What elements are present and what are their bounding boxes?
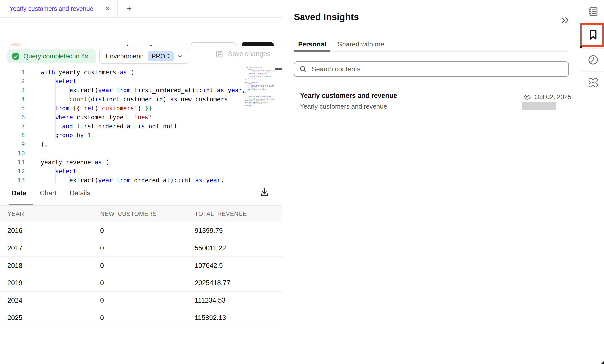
column-header-year: YEAR bbox=[7, 210, 24, 217]
table-cell: 2025 bbox=[7, 314, 22, 322]
bookmark-icon[interactable] bbox=[581, 24, 604, 46]
code-line[interactable]: with yearly_customers as ( bbox=[41, 68, 134, 77]
tab-title: Yearly customers and revenue bbox=[9, 5, 101, 12]
code-line[interactable]: extract(year from first_ordered_at)::int… bbox=[41, 86, 246, 95]
code-line[interactable]: group by 1 bbox=[41, 131, 91, 140]
resize-corner bbox=[601, 361, 604, 364]
document-header: BL Your saved insight bbox=[0, 18, 282, 46]
insight-subtitle: Yearly customers and revenue bbox=[300, 103, 387, 110]
divider bbox=[581, 94, 604, 94]
app-window: Yearly customers and revenue ✕ + BL Your… bbox=[0, 0, 604, 364]
minimap-line: order by 1 bbox=[245, 105, 275, 106]
table-cell: 0 bbox=[100, 262, 104, 270]
divider bbox=[294, 86, 569, 86]
environment-selector[interactable]: Environment: PROD bbox=[99, 49, 188, 64]
sql-editor[interactable]: 12345678910111213 with yearly_customers … bbox=[0, 67, 282, 183]
table-cell: 91399.79 bbox=[195, 227, 223, 235]
table-header-row: YEAR NEW_CUSTOMERS TOTAL_REVENUE bbox=[0, 206, 282, 222]
active-tab-underline bbox=[9, 204, 33, 205]
search-placeholder: Search contents bbox=[312, 65, 360, 73]
line-number: 7 bbox=[10, 122, 25, 131]
divider bbox=[294, 116, 569, 116]
line-number: 1 bbox=[10, 68, 25, 77]
results-tab-bar: Data Chart Details bbox=[0, 183, 282, 206]
close-tab-icon[interactable]: ✕ bbox=[105, 5, 110, 12]
tab-details[interactable]: Details bbox=[70, 189, 90, 197]
check-circle-icon bbox=[12, 53, 19, 60]
line-number: 4 bbox=[10, 95, 25, 104]
code-line[interactable]: and first_ordered_at is not null bbox=[41, 122, 177, 131]
tab-bar: Yearly customers and revenue ✕ + bbox=[0, 0, 282, 18]
table-row: 20180107642.5 bbox=[0, 257, 282, 274]
code-line[interactable]: where customer_type = 'new' bbox=[41, 113, 152, 122]
query-status-pill: Query completed in 4s bbox=[7, 49, 96, 63]
clock-icon[interactable] bbox=[581, 49, 604, 71]
column-header-new-customers: NEW_CUSTOMERS bbox=[100, 210, 157, 217]
column-header-total-revenue: TOTAL_REVENUE bbox=[195, 210, 247, 217]
dbt-logo-icon[interactable] bbox=[581, 71, 604, 94]
environment-value-badge: PROD bbox=[148, 51, 174, 61]
chevron-down-icon bbox=[178, 55, 182, 58]
tab-chart[interactable]: Chart bbox=[40, 189, 56, 197]
editor-minimap[interactable]: with yearly_customers as ( select extrac… bbox=[245, 67, 275, 183]
code-line[interactable]: extract(year from ordered_at)::int as ye… bbox=[41, 176, 224, 183]
insight-title: Yearly customers and revenue bbox=[300, 92, 397, 100]
table-cell: 0 bbox=[100, 244, 104, 252]
tabs-divider bbox=[294, 51, 569, 52]
line-number: 10 bbox=[10, 149, 25, 158]
active-tab-underline bbox=[294, 50, 330, 52]
code-line[interactable]: select bbox=[41, 77, 77, 86]
cursor-artifact bbox=[580, 46, 582, 48]
code-line[interactable]: select bbox=[41, 167, 77, 176]
notebook-icon[interactable] bbox=[581, 0, 604, 23]
code-line[interactable]: from {{ ref('customers') }} bbox=[41, 104, 152, 113]
line-number: 9 bbox=[10, 140, 25, 149]
table-cell: 107642.5 bbox=[195, 262, 223, 270]
query-status-text: Query completed in 4s bbox=[23, 52, 88, 60]
table-cell: 2024 bbox=[7, 297, 22, 304]
right-icon-rail bbox=[581, 0, 604, 364]
search-input[interactable]: Search contents bbox=[294, 61, 569, 77]
download-results-icon[interactable] bbox=[259, 187, 270, 198]
code-line[interactable]: ), bbox=[41, 140, 48, 149]
table-cell: 550011.22 bbox=[195, 244, 226, 252]
line-number: 13 bbox=[10, 176, 25, 183]
divider bbox=[581, 21, 604, 21]
code-line[interactable]: yearly_revenue as ( bbox=[41, 158, 109, 167]
search-icon bbox=[299, 65, 307, 73]
tab-personal[interactable]: Personal bbox=[298, 41, 326, 48]
tab-shared-with-me[interactable]: Shared with me bbox=[338, 41, 384, 48]
new-tab-button[interactable]: + bbox=[122, 0, 137, 18]
line-number: 6 bbox=[10, 113, 25, 122]
editor-scrollbar[interactable] bbox=[275, 68, 282, 70]
indent-guide bbox=[69, 86, 70, 104]
collapse-panel-icon[interactable] bbox=[560, 15, 570, 25]
table-row: 20170550011.22 bbox=[0, 239, 282, 257]
indent-guide bbox=[55, 77, 56, 140]
table-cell: 2016 bbox=[7, 227, 22, 235]
line-number: 5 bbox=[10, 104, 25, 113]
line-number: 12 bbox=[10, 167, 25, 176]
table-row: 20250115892.13 bbox=[0, 309, 282, 326]
environment-label: Environment: bbox=[106, 52, 144, 60]
tab-yearly-customers-and-revenue[interactable]: Yearly customers and revenue ✕ bbox=[0, 0, 118, 18]
save-changes-label: Save changes bbox=[228, 50, 270, 58]
line-number: 11 bbox=[10, 158, 25, 167]
indent-guide bbox=[55, 167, 56, 183]
panel-title: Saved Insights bbox=[294, 12, 359, 22]
table-row: 2016091399.79 bbox=[0, 222, 282, 239]
save-icon bbox=[215, 50, 224, 58]
table-cell: 115892.13 bbox=[195, 314, 226, 322]
worksheet-panel: Yearly customers and revenue ✕ + BL Your… bbox=[0, 0, 282, 364]
table-cell: 2025418.77 bbox=[195, 279, 230, 287]
insight-placeholder-block bbox=[522, 102, 556, 110]
table-cell: 0 bbox=[100, 314, 104, 322]
indent-guide bbox=[69, 176, 70, 183]
line-number: 3 bbox=[10, 86, 25, 95]
table-cell: 2017 bbox=[7, 244, 22, 252]
save-changes-button[interactable]: Save changes bbox=[215, 50, 270, 58]
tab-data[interactable]: Data bbox=[12, 189, 26, 197]
table-cell: 0 bbox=[100, 297, 104, 304]
code-line[interactable]: count(distinct customer_id) as new_custo… bbox=[41, 95, 228, 104]
table-cell: 0 bbox=[100, 279, 104, 287]
